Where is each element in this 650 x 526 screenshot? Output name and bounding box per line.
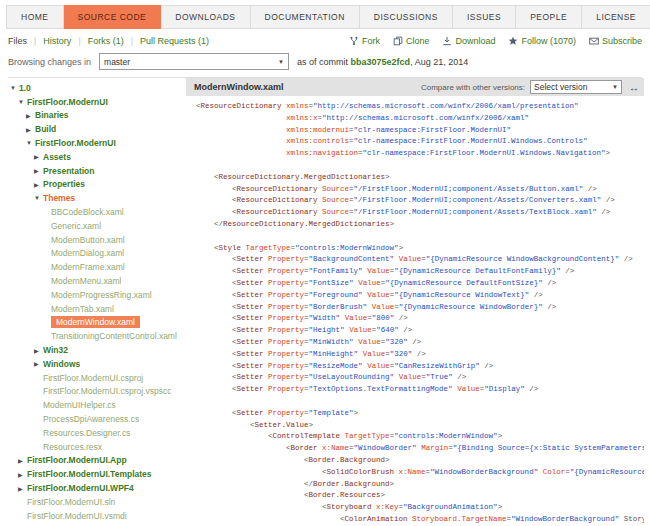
follow-action[interactable]: Follow (1070)	[508, 36, 576, 46]
commit-date: , Aug 21, 2014	[410, 57, 468, 67]
tree-folder[interactable]: ▶Binaries	[6, 109, 186, 123]
subscribe-action[interactable]: Subscribe	[589, 36, 642, 46]
tree-folder[interactable]: ▼Themes	[6, 191, 186, 205]
tree-file[interactable]: BBCodeBlock.xaml	[6, 205, 186, 219]
version-select[interactable]: Select version ▼	[530, 80, 622, 94]
chevron-collapsed-icon[interactable]: ▶	[18, 485, 27, 492]
nav-tab-people[interactable]: PEOPLE	[516, 5, 582, 29]
code-token	[196, 385, 232, 393]
chevron-collapsed-icon[interactable]: ▶	[26, 112, 35, 119]
tree-file[interactable]: ModernProgressRing.xaml	[6, 288, 186, 302]
tree-folder[interactable]: ▶Assets	[6, 150, 186, 164]
tree-folder[interactable]: ▶FirstFloor.ModernUI.Templates	[6, 467, 186, 481]
tree-file[interactable]: FirstFloor.ModernUI.csproj	[6, 371, 186, 385]
tree-folder[interactable]: ▶FirstFloor.ModernUI.App	[6, 454, 186, 468]
source-nav-forks-1[interactable]: Forks (1)	[88, 36, 124, 46]
tree-file[interactable]: ModernDialog.xaml	[6, 247, 186, 261]
code-token: Setter	[237, 279, 264, 287]
code-line	[196, 396, 644, 408]
tree-file[interactable]: ModernMenu.xaml	[6, 274, 186, 288]
fork-action[interactable]: Fork	[349, 36, 380, 46]
download-action[interactable]: Download	[442, 36, 495, 46]
chevron-collapsed-icon[interactable]: ▶	[18, 471, 27, 478]
code-token	[196, 456, 304, 464]
tree-file[interactable]: Resources.resx	[6, 440, 186, 454]
tree-file[interactable]: Resources.Designer.cs	[6, 426, 186, 440]
chevron-expanded-icon[interactable]: ▼	[10, 85, 19, 91]
code-token	[196, 480, 304, 488]
nav-tab-license[interactable]: LICENSE	[582, 5, 650, 29]
chevron-collapsed-icon[interactable]: ▶	[34, 181, 43, 188]
code-token: Source	[322, 196, 349, 204]
tree-item-label: Generic.xaml	[51, 221, 101, 231]
chevron-expanded-icon[interactable]: ▼	[34, 195, 43, 201]
tree-folder[interactable]: ▼FirstFloor.ModernUI	[6, 95, 186, 109]
nav-tab-issues[interactable]: ISSUES	[453, 5, 516, 29]
code-token: />	[583, 185, 597, 193]
code-token: xmlns:controls	[286, 137, 349, 145]
separator: |	[78, 36, 80, 46]
chevron-collapsed-icon[interactable]: ▶	[18, 457, 27, 464]
source-nav-files[interactable]: Files	[8, 36, 27, 46]
clone-action[interactable]: Clone	[393, 36, 430, 46]
tree-file[interactable]: FirstFloor.ModernUI.sln	[6, 495, 186, 509]
resize-horizontal-icon[interactable]: ↔	[629, 82, 639, 93]
tree-folder[interactable]: ▼1.0	[6, 81, 186, 95]
chevron-collapsed-icon[interactable]: ▶	[34, 153, 43, 160]
chevron-collapsed-icon[interactable]: ▶	[34, 347, 43, 354]
tree-folder[interactable]: ▶Windows	[6, 357, 186, 371]
nav-tab-discussions[interactable]: DISCUSSIONS	[360, 5, 453, 29]
source-toolbar-right: ForkCloneDownloadFollow (1070)Subscribe	[349, 36, 642, 46]
tree-file[interactable]: ProcessDpiAwareness.cs	[6, 412, 186, 426]
source-nav-history[interactable]: History	[43, 36, 71, 46]
tree-file[interactable]: FirstFloor.ModernUI.csproj.vspscc	[6, 385, 186, 399]
nav-tab-documentation[interactable]: DOCUMENTATION	[251, 5, 360, 29]
tree-file[interactable]: FirstFloor.ModernUI.vsmdi	[6, 509, 186, 523]
chevron-collapsed-icon[interactable]: ▶	[34, 167, 43, 174]
nav-tab-source-code[interactable]: SOURCE CODE	[64, 5, 162, 29]
nav-tab-downloads[interactable]: DOWNLOADS	[161, 5, 250, 29]
chevron-expanded-icon[interactable]: ▼	[26, 140, 35, 146]
nav-tab-home[interactable]: HOME	[6, 5, 64, 29]
code-token	[196, 373, 232, 381]
code-line: <Storyboard x:Key="BackgroundAnimation">	[196, 502, 644, 514]
code-token	[196, 409, 232, 417]
chevron-collapsed-icon[interactable]: ▶	[26, 126, 35, 133]
tree-file[interactable]: ModernButton.xaml	[6, 233, 186, 247]
tree-folder[interactable]: ▼FirstFloor.ModernUI	[6, 136, 186, 150]
source-nav-pull-requests-1[interactable]: Pull Requests (1)	[140, 36, 209, 46]
code-token: "http://schemas.microsoft.com/winfx/2006…	[322, 114, 529, 122]
subscribe-icon	[589, 36, 599, 46]
code-token: ResourceDictionary.MergedDictionaries	[223, 220, 390, 228]
code-line: xmlns:navigation="clr-namespace:FirstFlo…	[196, 148, 644, 160]
chevron-collapsed-icon[interactable]: ▶	[34, 360, 43, 367]
tree-folder[interactable]: ▶Presentation	[6, 164, 186, 178]
code-token: Border.Background	[313, 480, 390, 488]
code-token: Setter	[237, 409, 264, 417]
chevron-expanded-icon[interactable]: ▼	[18, 99, 27, 105]
tree-file[interactable]: ModernWindow.xaml	[6, 316, 186, 330]
tree-file[interactable]: Generic.xaml	[6, 219, 186, 233]
code-token: Value	[367, 291, 390, 299]
tree-folder[interactable]: ▶FirstFloor.ModernUI.WPF4	[6, 481, 186, 495]
code-token	[196, 114, 286, 122]
code-token: Value	[457, 385, 480, 393]
tree-folder[interactable]: ▶Build	[6, 122, 186, 136]
tree-item-label: ModernTab.xaml	[51, 304, 114, 314]
commit-hash-link[interactable]: bba3075e2fcd	[351, 57, 411, 67]
code-line: <ColorAnimation Storyboard.TargetName="W…	[196, 514, 644, 526]
code-token: "BackgroundAnimation"	[403, 503, 498, 511]
tree-folder[interactable]: ▶Win32	[6, 343, 186, 357]
code-token: Border	[291, 444, 318, 452]
code-token: "/FirstFloor.ModernUI;component/Assets/C…	[354, 196, 602, 204]
tree-file[interactable]: ModernTab.xaml	[6, 302, 186, 316]
code-token: x:Name	[322, 444, 349, 452]
tree-file[interactable]: ModernUIHelper.cs	[6, 398, 186, 412]
tree-file[interactable]: TransitioningContentControl.xaml	[6, 329, 186, 343]
code-token: "320"	[385, 338, 408, 346]
branch-select[interactable]: master ▼	[99, 53, 289, 70]
tree-item-label: FirstFloor.ModernUI.Templates	[27, 469, 152, 479]
code-token	[196, 350, 232, 358]
tree-file[interactable]: ModernFrame.xaml	[6, 260, 186, 274]
tree-folder[interactable]: ▶Properties	[6, 178, 186, 192]
